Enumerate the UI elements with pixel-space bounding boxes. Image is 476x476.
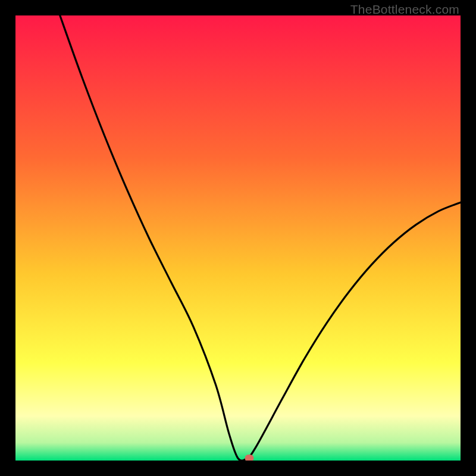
plot-area: [15, 15, 461, 461]
watermark-text: TheBottleneck.com: [350, 2, 459, 17]
chart-frame: TheBottleneck.com: [0, 0, 476, 476]
optimum-marker-icon: [245, 455, 253, 461]
bottleneck-curve: [15, 15, 461, 461]
